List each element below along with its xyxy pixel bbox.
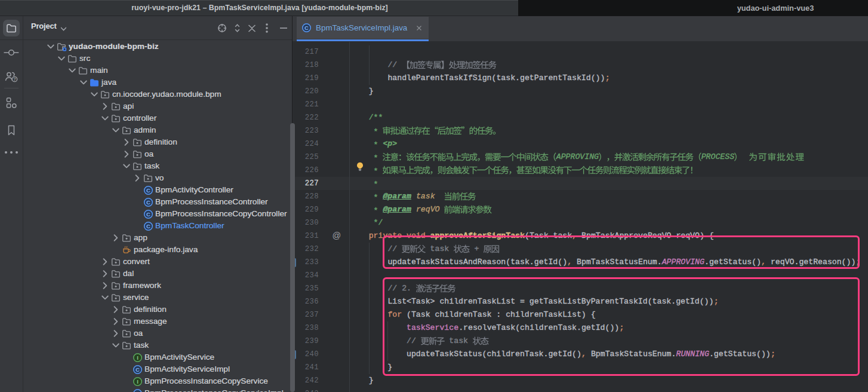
svg-text:C: C: [136, 390, 140, 392]
svg-text:?: ?: [13, 76, 16, 82]
svg-text:C: C: [146, 199, 150, 206]
svg-text:C: C: [146, 211, 150, 218]
svg-text:I: I: [137, 378, 138, 385]
svg-text:C: C: [136, 366, 140, 373]
svg-text:I: I: [137, 354, 138, 361]
svg-text:C: C: [146, 187, 150, 194]
svg-text:C: C: [304, 24, 309, 31]
svg-text:C: C: [146, 223, 150, 229]
